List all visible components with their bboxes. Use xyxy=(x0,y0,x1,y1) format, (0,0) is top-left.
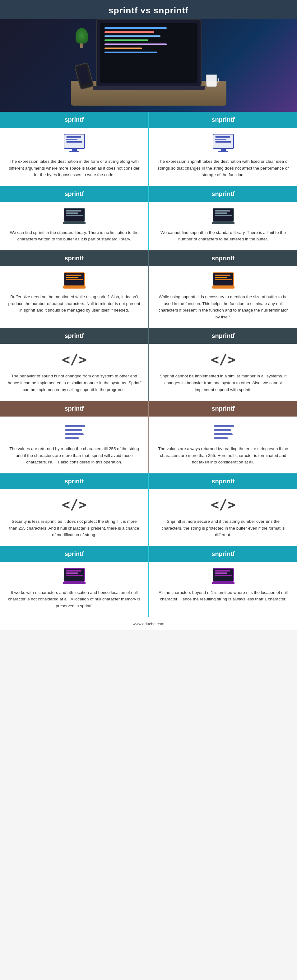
section-header-5: sprintf snprintf xyxy=(0,401,297,417)
content-row-2: We can find sprintf in the standard libr… xyxy=(0,202,297,250)
content-cell-left-3: Buffer size need not be mentioned while … xyxy=(0,266,148,328)
right-text-5: The values are always returned by readin… xyxy=(157,445,289,466)
content-row-1: The expression takes the destination in … xyxy=(0,128,297,186)
section-right-label-7: snprintf xyxy=(149,546,297,562)
content-cell-right-2: We cannot find snprintf in the standard … xyxy=(149,202,297,250)
section-right-label-3: snprintf xyxy=(149,250,297,266)
section-right-label-1: snprintf xyxy=(149,112,297,128)
section-right-label-4: snprintf xyxy=(149,328,297,344)
section-left-label-4: sprintf xyxy=(0,328,148,344)
content-cell-right-7: All the characters beyond n-1 is omitted… xyxy=(149,562,297,617)
section-right-label-2: snprintf xyxy=(149,186,297,202)
footer: www.educba.com xyxy=(0,617,297,630)
content-cell-left-7: It works with n characters and nth locat… xyxy=(0,562,148,617)
content-cell-left-5: The values are returned by reading the c… xyxy=(0,417,148,473)
right-text-3: While using snprintf, it is necessary to… xyxy=(157,294,289,320)
content-cell-right-3: While using snprintf, it is necessary to… xyxy=(149,266,297,328)
section-right-label-6: snprintf xyxy=(149,473,297,489)
content-cell-left-1: The expression takes the destination in … xyxy=(0,128,148,186)
section-header-4: sprintf snprintf xyxy=(0,328,297,344)
section-left-label-2: sprintf xyxy=(0,186,148,202)
section-header-7: sprintf snprintf xyxy=(0,546,297,562)
content-cell-right-5: The values are always returned by readin… xyxy=(149,417,297,473)
right-text-7: All the characters beyond n-1 is omitted… xyxy=(157,589,289,603)
section-header-6: sprintf snprintf xyxy=(0,473,297,489)
section-left-label-3: sprintf xyxy=(0,250,148,266)
section-header-2: sprintf snprintf xyxy=(0,186,297,202)
right-text-4: Snprintf cannot be implemented in a simi… xyxy=(157,373,289,393)
footer-url: www.educba.com xyxy=(133,622,164,626)
content-row-5: The values are returned by reading the c… xyxy=(0,417,297,473)
content-cell-right-6: </> Snprintf is more secure and if the s… xyxy=(149,489,297,546)
content-cell-right-1: The expression snprintf takes the destin… xyxy=(149,128,297,186)
content-cell-left-4: </> The behavior of sprintf is not chang… xyxy=(0,344,148,401)
right-text-6: Snprintf is more secure and if the strin… xyxy=(157,518,289,538)
content-cell-right-4: </> Snprintf cannot be implemented in a … xyxy=(149,344,297,401)
left-text-2: We can find sprintf in the standard libr… xyxy=(8,229,141,243)
content-row-4: </> The behavior of sprintf is not chang… xyxy=(0,344,297,401)
section-right-label-5: snprintf xyxy=(149,401,297,417)
content-row-7: It works with n characters and nth locat… xyxy=(0,562,297,617)
sections-container: sprintf snprintf The expression takes th… xyxy=(0,112,297,617)
left-text-6: Security is less in sprintf as it does n… xyxy=(8,518,141,538)
hero-image xyxy=(0,19,297,112)
page-title: sprintf vs snprintf xyxy=(3,6,294,16)
section-header-3: sprintf snprintf xyxy=(0,250,297,266)
section-left-label-6: sprintf xyxy=(0,473,148,489)
left-text-3: Buffer size need not be mentioned while … xyxy=(8,294,141,314)
section-left-label-5: sprintf xyxy=(0,401,148,417)
page-header: sprintf vs snprintf xyxy=(0,0,297,19)
content-row-6: </> Security is less in sprintf as it do… xyxy=(0,489,297,546)
left-text-1: The expression takes the destination in … xyxy=(8,158,141,178)
section-left-label-7: sprintf xyxy=(0,546,148,562)
section-left-label-1: sprintf xyxy=(0,112,148,128)
right-text-1: The expression snprintf takes the destin… xyxy=(157,158,289,178)
content-cell-left-6: </> Security is less in sprintf as it do… xyxy=(0,489,148,546)
content-cell-left-2: We can find sprintf in the standard libr… xyxy=(0,202,148,250)
content-row-3: Buffer size need not be mentioned while … xyxy=(0,266,297,328)
section-header-1: sprintf snprintf xyxy=(0,112,297,128)
left-text-5: The values are returned by reading the c… xyxy=(8,445,141,466)
left-text-7: It works with n characters and nth locat… xyxy=(8,589,141,609)
left-text-4: The behavior of sprintf is not changed f… xyxy=(8,373,141,393)
right-text-2: We cannot find snprintf in the standard … xyxy=(157,229,289,243)
